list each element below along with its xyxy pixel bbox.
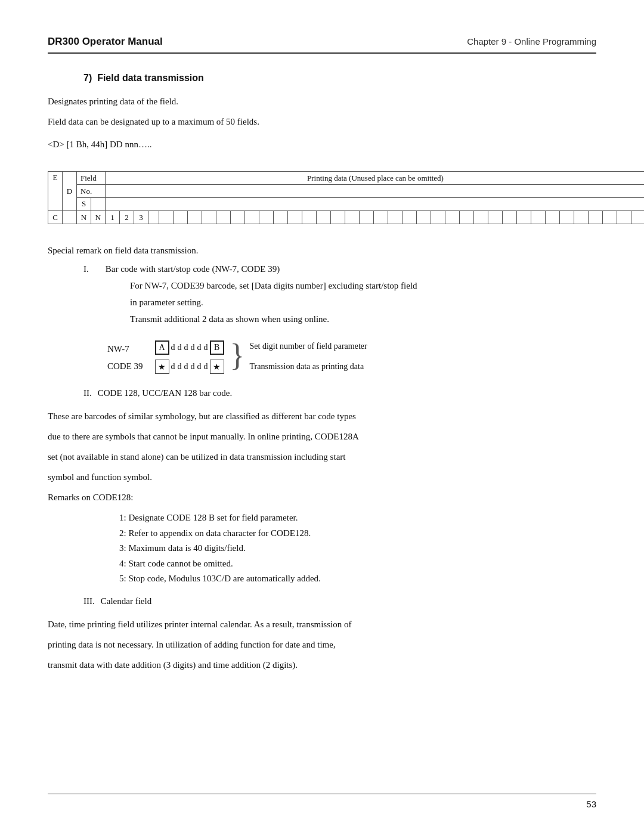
ann-line-2: Transmission data as printing data (250, 361, 367, 373)
remark-1: 1: Designate CODE 128 B set for field pa… (119, 510, 596, 526)
box-B: B (210, 340, 224, 355)
remark-4: 4: Start code cannot be omitted. (119, 556, 596, 572)
item-1-title: Bar code with start/stop code (NW-7, COD… (106, 262, 280, 276)
item-1-header: I. Bar code with start/stop code (NW-7, … (83, 262, 596, 276)
body-para-1: Designates printing data of the field. (48, 94, 596, 109)
item2-para1: These are barcodes of similar symbology,… (48, 409, 596, 423)
item-2-title: CODE 128, UCC/EAN 128 bar code. (98, 388, 232, 398)
ann-line-1: Set digit number of field parameter (250, 340, 367, 352)
remarks-header: Remarks on CODE128: (48, 490, 596, 504)
item3-para2: printing data is not necessary. In utili… (48, 637, 596, 652)
box-star2: ★ (210, 360, 224, 374)
command-line: <D> [1 Bh, 44h] DD nnn….. (48, 140, 596, 150)
item-2: II. CODE 128, UCC/EAN 128 bar code. (83, 388, 596, 398)
item-1-sub2: in parameter setting. (130, 295, 596, 309)
barcode-rows: A d d d d d d B ★ d d d d d d ★ (155, 340, 224, 374)
page-footer: 53 (48, 794, 596, 809)
remark-5: 5: Stop code, Modulus 103C/D are automat… (119, 571, 596, 587)
page-number: 53 (586, 799, 596, 809)
special-remark: Special remark on field data transmissio… (48, 246, 596, 256)
barcode-labels: NW-7 CODE 39 (107, 344, 143, 371)
body-para-2: Field data can be designated up to a max… (48, 114, 596, 129)
data-table: E D Field Printing data (Unused place ca… (48, 171, 644, 224)
data-table-wrapper: E D Field Printing data (Unused place ca… (48, 171, 644, 224)
item2-para3: set (not available in stand alone) can b… (48, 450, 596, 464)
section-title: 7) Field data transmission (83, 73, 596, 83)
annotation-group: Set digit number of field parameter Tran… (250, 340, 367, 372)
nw7-row: A d d d d d d B (155, 340, 224, 355)
item3-para1: Date, time printing field utilizes print… (48, 617, 596, 631)
item-2-body: These are barcodes of similar symbology,… (48, 409, 596, 587)
code39-row: ★ d d d d d d ★ (155, 360, 224, 374)
remark-2: 2: Refer to appendix on data character f… (119, 526, 596, 541)
item-1-numeral: I. (83, 264, 89, 274)
manual-title: DR300 Operator Manual (48, 36, 163, 48)
page: DR300 Operator Manual Chapter 9 - Online… (0, 0, 644, 833)
item2-para4: symbol and function symbol. (48, 470, 596, 484)
item-1: I. Bar code with start/stop code (NW-7, … (83, 262, 596, 326)
item-1-sub3: Transmit additional 2 data as shown when… (130, 312, 596, 326)
chapter-title: Chapter 9 - Online Programming (467, 36, 596, 47)
code39-label: CODE 39 (107, 361, 143, 371)
item-3-title: Calendar field (101, 596, 151, 606)
remark-3: 3: Maximum data is 40 digits/field. (119, 541, 596, 556)
box-A: A (155, 340, 169, 355)
brace-icon: } (230, 340, 245, 371)
barcode-diagram: NW-7 CODE 39 A d d d d d d B ★ d d d d d (107, 340, 596, 374)
box-star1: ★ (155, 360, 169, 374)
item-2-numeral: II. (83, 388, 92, 398)
page-header: DR300 Operator Manual Chapter 9 - Online… (48, 36, 596, 54)
item-1-sub1: For NW-7, CODE39 barcode, set [Data digi… (130, 278, 596, 293)
item3-para3: transmit data with date addition (3 digi… (48, 658, 596, 672)
nw7-label: NW-7 (107, 344, 143, 354)
item-2-header: II. CODE 128, UCC/EAN 128 bar code. (83, 388, 596, 398)
item-3-numeral: III. (83, 596, 95, 606)
item-3-header: III. Calendar field (83, 596, 596, 606)
item-3: III. Calendar field (83, 596, 596, 606)
item-3-body: Date, time printing field utilizes print… (48, 617, 596, 672)
remarks-block: 1: Designate CODE 128 B set for field pa… (119, 510, 596, 587)
item2-para2: due to there are symbols that cannot be … (48, 429, 596, 444)
brace-annotations: } Set digit number of field parameter Tr… (230, 340, 367, 372)
